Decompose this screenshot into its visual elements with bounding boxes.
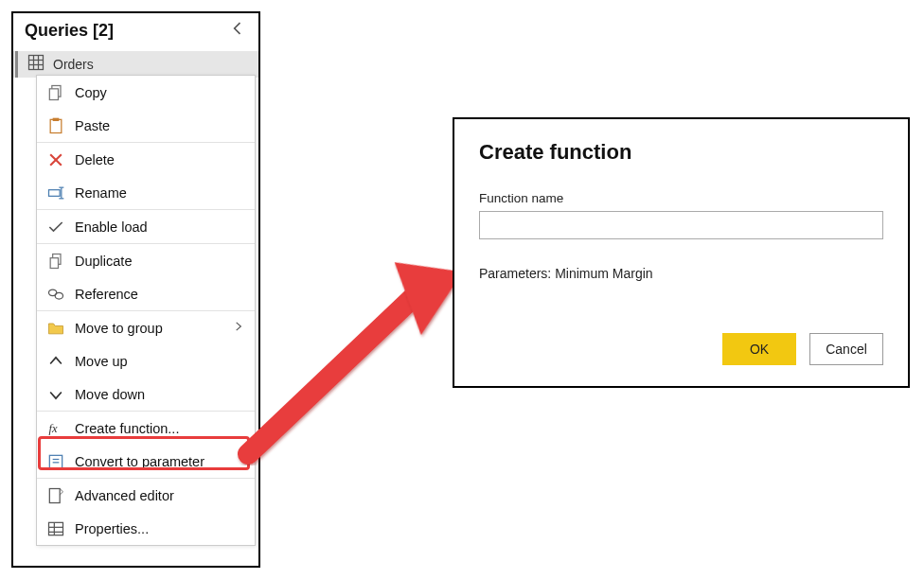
function-name-label: Function name bbox=[479, 191, 883, 205]
svg-point-18 bbox=[55, 292, 62, 299]
menu-label: Rename bbox=[75, 185, 127, 201]
menu-advanced-editor[interactable]: Advanced editor bbox=[37, 479, 255, 512]
chevron-right-icon bbox=[232, 320, 245, 336]
menu-reference[interactable]: Reference bbox=[37, 277, 255, 310]
menu-convert-to-parameter[interactable]: Convert to parameter bbox=[37, 445, 255, 478]
rename-icon bbox=[44, 182, 67, 204]
parameter-icon bbox=[44, 450, 67, 473]
svg-rect-24 bbox=[49, 522, 63, 535]
query-item-orders[interactable]: Orders bbox=[13, 51, 258, 78]
menu-enable-load[interactable]: Enable load bbox=[37, 210, 255, 243]
menu-label: Copy bbox=[75, 85, 107, 100]
table-icon bbox=[27, 53, 45, 76]
menu-label: Move down bbox=[75, 387, 145, 402]
folder-icon bbox=[44, 317, 67, 340]
chevron-down-icon bbox=[44, 383, 67, 406]
panel-title: Queries [2] bbox=[25, 21, 114, 41]
ok-button[interactable]: OK bbox=[722, 333, 796, 365]
svg-rect-16 bbox=[50, 257, 58, 268]
svg-rect-0 bbox=[29, 56, 44, 70]
menu-properties[interactable]: Properties... bbox=[37, 512, 255, 545]
panel-header: Queries [2] bbox=[13, 13, 258, 51]
dialog-title: Create function bbox=[479, 140, 883, 165]
advanced-editor-icon bbox=[44, 484, 67, 507]
menu-label: Move to group bbox=[75, 321, 163, 336]
svg-rect-20 bbox=[49, 455, 62, 467]
button-label: OK bbox=[750, 342, 769, 357]
button-label: Cancel bbox=[826, 342, 867, 357]
context-menu: Copy Paste Delete Rename Enable load Dup… bbox=[36, 75, 256, 546]
menu-label: Move up bbox=[75, 354, 128, 369]
menu-paste[interactable]: Paste bbox=[37, 109, 255, 142]
checkmark-icon bbox=[44, 216, 67, 238]
copy-icon bbox=[44, 81, 67, 104]
menu-move-down[interactable]: Move down bbox=[37, 377, 255, 411]
menu-label: Duplicate bbox=[75, 254, 132, 269]
svg-rect-8 bbox=[53, 117, 60, 120]
svg-rect-7 bbox=[50, 119, 62, 132]
menu-duplicate[interactable]: Duplicate bbox=[37, 244, 255, 277]
menu-move-to-group[interactable]: Move to group bbox=[37, 311, 255, 344]
menu-label: Delete bbox=[75, 152, 115, 167]
duplicate-icon bbox=[44, 250, 67, 272]
chevron-up-icon bbox=[44, 350, 67, 373]
menu-label: Paste bbox=[75, 118, 110, 133]
collapse-panel-button[interactable] bbox=[228, 19, 247, 42]
svg-rect-11 bbox=[49, 189, 61, 196]
dialog-button-row: OK Cancel bbox=[722, 333, 883, 365]
function-icon: fx bbox=[44, 417, 67, 440]
menu-label: Properties... bbox=[75, 521, 149, 536]
create-function-dialog: Create function Function name Parameters… bbox=[453, 117, 910, 388]
menu-label: Advanced editor bbox=[75, 488, 174, 503]
menu-label: Enable load bbox=[75, 219, 148, 235]
cancel-button[interactable]: Cancel bbox=[809, 333, 883, 365]
chevron-left-icon bbox=[228, 19, 247, 38]
svg-rect-6 bbox=[49, 88, 58, 99]
menu-rename[interactable]: Rename bbox=[37, 176, 255, 209]
reference-icon bbox=[44, 283, 67, 306]
menu-create-function[interactable]: fx Create function... bbox=[37, 412, 255, 445]
query-label: Orders bbox=[53, 57, 94, 72]
delete-icon bbox=[44, 149, 67, 171]
selection-indicator bbox=[15, 51, 18, 78]
menu-move-up[interactable]: Move up bbox=[37, 344, 255, 377]
menu-label: Reference bbox=[75, 287, 138, 302]
function-name-input[interactable] bbox=[479, 211, 883, 239]
parameters-text: Parameters: Minimum Margin bbox=[479, 266, 883, 281]
paste-icon bbox=[44, 114, 67, 137]
arrow-annotation bbox=[231, 248, 468, 465]
menu-label: Create function... bbox=[75, 421, 179, 436]
menu-delete[interactable]: Delete bbox=[37, 143, 255, 176]
properties-icon bbox=[44, 518, 67, 540]
menu-copy[interactable]: Copy bbox=[37, 76, 255, 109]
menu-label: Convert to parameter bbox=[75, 454, 204, 469]
svg-text:fx: fx bbox=[49, 422, 58, 435]
svg-rect-23 bbox=[49, 488, 60, 502]
